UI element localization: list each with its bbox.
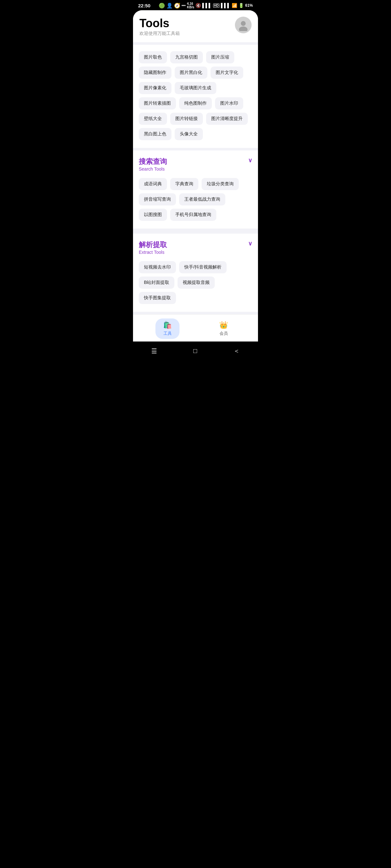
extract-tools-grid: 短视频去水印快手/抖音视频解析B站封面提取视频提取音频快手图集提取 bbox=[139, 261, 252, 304]
image-tool-btn[interactable]: 图片压缩 bbox=[206, 51, 234, 63]
home-button[interactable]: □ bbox=[187, 345, 203, 356]
nav-item-tools[interactable]: 🛍️ 工具 bbox=[156, 318, 179, 339]
extract-title-zh: 解析提取 bbox=[139, 240, 167, 250]
image-tool-btn[interactable]: 毛玻璃图片生成 bbox=[175, 82, 216, 94]
image-tool-btn[interactable]: 图片清晰度提升 bbox=[206, 113, 248, 125]
search-titles: 搜索查询 Search Tools bbox=[139, 157, 167, 177]
extract-tool-btn[interactable]: 短视频去水印 bbox=[139, 261, 176, 273]
extract-chevron[interactable]: ∨ bbox=[248, 240, 252, 247]
image-tool-btn[interactable]: 壁纸大全 bbox=[139, 113, 167, 125]
bottom-nav: 🛍️ 工具 👑 会员 bbox=[133, 314, 258, 341]
menu-button[interactable]: ☰ bbox=[145, 345, 163, 357]
status-bar: 22:50 🟢 👤 🧭 ••• 4.16KB/s 🔇 ▌▌▌ HD ▌▌▌ 📶 … bbox=[133, 0, 258, 10]
search-tools-grid: 成语词典字典查询垃圾分类查询拼音缩写查询王者最低战力查询以图搜图手机号归属地查询 bbox=[139, 178, 252, 221]
more-icon: ••• bbox=[182, 3, 186, 8]
extract-tool-btn[interactable]: 快手/抖音视频解析 bbox=[179, 261, 227, 273]
search-chevron[interactable]: ∨ bbox=[248, 157, 252, 164]
svg-point-1 bbox=[239, 27, 248, 31]
signal-icon: ▌▌▌ bbox=[202, 3, 212, 8]
main-container: Tools 欢迎使用万能工具箱 图片取色九宫格切图图片压缩隐藏图制作图片黑白化图… bbox=[133, 10, 258, 341]
image-tool-btn[interactable]: 图片像素化 bbox=[139, 82, 171, 94]
image-tool-btn[interactable]: 隐藏图制作 bbox=[139, 67, 171, 79]
battery-level: 61% bbox=[245, 3, 253, 8]
search-section: 搜索查询 Search Tools ∨ 成语词典字典查询垃圾分类查询拼音缩写查询… bbox=[133, 150, 258, 228]
image-tool-btn[interactable]: 图片文字化 bbox=[211, 67, 243, 79]
image-tool-btn[interactable]: 纯色图制作 bbox=[179, 97, 212, 110]
search-tool-btn[interactable]: 字典查询 bbox=[170, 178, 198, 190]
divider-1 bbox=[133, 42, 258, 45]
status-icons: 🟢 👤 🧭 ••• 4.16KB/s 🔇 ▌▌▌ HD ▌▌▌ 📶 🔋 61% bbox=[159, 2, 253, 9]
vip-nav-icon: 👑 bbox=[219, 321, 228, 329]
extract-tool-btn[interactable]: B站封面提取 bbox=[139, 277, 174, 289]
extract-title-row: 解析提取 Extract Tools ∨ bbox=[139, 240, 252, 260]
image-section: 图片取色九宫格切图图片压缩隐藏图制作图片黑白化图片文字化图片像素化毛玻璃图片生成… bbox=[133, 45, 258, 148]
extract-titles: 解析提取 Extract Tools bbox=[139, 240, 167, 260]
wifi-icon: 📶 bbox=[232, 3, 237, 8]
search-title-en: Search Tools bbox=[139, 166, 167, 172]
divider-3 bbox=[133, 231, 258, 234]
search-tool-btn[interactable]: 成语词典 bbox=[139, 178, 167, 190]
divider-2 bbox=[133, 148, 258, 150]
image-tool-btn[interactable]: 图片水印 bbox=[215, 97, 243, 110]
back-button[interactable]: ＜ bbox=[227, 345, 246, 357]
search-tool-btn[interactable]: 手机号归属地查询 bbox=[170, 209, 216, 221]
app-icon-3: 🧭 bbox=[174, 3, 180, 9]
header: Tools 欢迎使用万能工具箱 bbox=[133, 10, 258, 42]
extract-title-en: Extract Tools bbox=[139, 250, 167, 255]
header-text: Tools 欢迎使用万能工具箱 bbox=[139, 17, 180, 36]
mute-icon: 🔇 bbox=[196, 3, 201, 8]
nav-item-vip-label: 会员 bbox=[220, 331, 228, 336]
image-tool-btn[interactable]: 头像大全 bbox=[175, 128, 203, 140]
avatar[interactable] bbox=[235, 17, 252, 33]
search-tool-btn[interactable]: 拼音缩写查询 bbox=[139, 193, 176, 206]
image-tool-btn[interactable]: 图片取色 bbox=[139, 51, 167, 63]
tools-nav-icon: 🛍️ bbox=[163, 321, 172, 329]
nav-item-vip[interactable]: 👑 会员 bbox=[212, 318, 235, 339]
extract-tool-btn[interactable]: 视频提取音频 bbox=[177, 277, 215, 289]
image-tool-btn[interactable]: 图片转链接 bbox=[170, 113, 203, 125]
image-tool-btn[interactable]: 黑白图上色 bbox=[139, 128, 171, 140]
avatar-icon bbox=[237, 19, 249, 31]
search-tool-btn[interactable]: 王者最低战力查询 bbox=[179, 193, 225, 206]
search-title-zh: 搜索查询 bbox=[139, 157, 167, 166]
hd-badge: HD bbox=[213, 3, 220, 8]
nav-item-tools-label: 工具 bbox=[163, 331, 172, 336]
extract-section: 解析提取 Extract Tools ∨ 短视频去水印快手/抖音视频解析B站封面… bbox=[133, 234, 258, 312]
time: 22:50 bbox=[138, 3, 150, 8]
page-subtitle: 欢迎使用万能工具箱 bbox=[139, 31, 180, 36]
battery-icon: 🔋 bbox=[239, 3, 244, 8]
image-tool-btn[interactable]: 图片转素描图 bbox=[139, 97, 176, 110]
image-tool-btn[interactable]: 九宫格切图 bbox=[170, 51, 203, 63]
search-tool-btn[interactable]: 以图搜图 bbox=[139, 209, 167, 221]
signal2-icon: ▌▌▌ bbox=[221, 3, 230, 8]
app-icon-1: 🟢 bbox=[159, 3, 165, 9]
search-tool-btn[interactable]: 垃圾分类查询 bbox=[202, 178, 239, 190]
extract-tool-btn[interactable]: 快手图集提取 bbox=[139, 292, 176, 304]
speed-indicator: 4.16KB/s bbox=[187, 2, 194, 9]
system-nav: ☰ □ ＜ bbox=[133, 341, 258, 362]
image-tools-grid: 图片取色九宫格切图图片压缩隐藏图制作图片黑白化图片文字化图片像素化毛玻璃图片生成… bbox=[139, 51, 252, 140]
svg-point-0 bbox=[241, 21, 246, 26]
app-icon-2: 👤 bbox=[166, 3, 173, 9]
image-tool-btn[interactable]: 图片黑白化 bbox=[175, 67, 207, 79]
search-title-row: 搜索查询 Search Tools ∨ bbox=[139, 157, 252, 177]
page-title: Tools bbox=[139, 17, 180, 30]
